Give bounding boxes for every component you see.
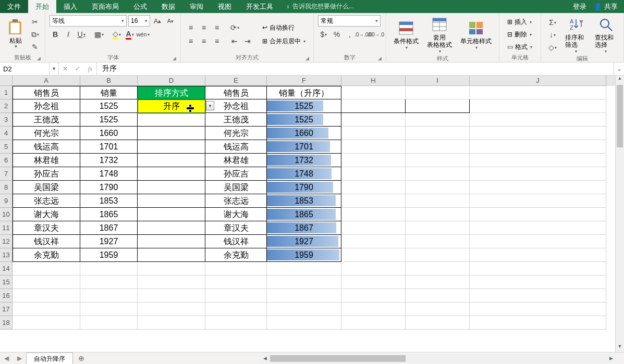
format-cells-button[interactable]: ▭格式▾ (504, 41, 536, 53)
tab-data[interactable]: 数据 (154, 0, 182, 13)
scroll-left-button[interactable]: ◀ (261, 356, 269, 361)
cell[interactable]: 1732 (80, 154, 138, 167)
scroll-up-button[interactable]: ▲ (616, 76, 624, 84)
column-header[interactable]: F (267, 76, 341, 86)
cell[interactable]: 余克勤 (13, 248, 80, 262)
cell[interactable] (341, 99, 406, 113)
scroll-down-button[interactable]: ▼ (616, 344, 624, 352)
increase-font-button[interactable]: A▴ (152, 15, 163, 27)
formula-input[interactable]: 升序 (97, 62, 614, 75)
cell[interactable] (138, 127, 205, 140)
row-header[interactable]: 8 (0, 181, 13, 194)
cell[interactable]: 1853 (267, 194, 341, 208)
phonetic-button[interactable]: wén▾ (137, 29, 149, 40)
cell[interactable]: 1525 (80, 99, 138, 113)
cell[interactable] (470, 86, 606, 99)
cell[interactable]: 1927 (267, 235, 341, 248)
cell[interactable] (267, 316, 341, 330)
cell[interactable] (341, 167, 406, 181)
cut-button[interactable]: ✂ (29, 16, 41, 28)
cell[interactable] (138, 113, 205, 127)
tell-me-search[interactable]: ♀ 告诉我您想要做什么... (280, 2, 359, 11)
row-header[interactable]: 10 (0, 208, 13, 221)
cell[interactable] (406, 208, 470, 221)
cell[interactable] (138, 154, 205, 167)
number-format-combo[interactable]: 常规▾ (318, 15, 381, 27)
accounting-button[interactable]: $▾ (318, 29, 329, 40)
column-header[interactable]: D (138, 76, 205, 86)
font-size-combo[interactable]: 16▾ (128, 15, 150, 27)
cell[interactable]: 1660 (80, 127, 138, 140)
cell[interactable]: 钱汉祥 (13, 235, 80, 248)
cell[interactable]: 排序方式 (138, 86, 205, 99)
row-header[interactable]: 13 (0, 248, 13, 262)
cell[interactable] (406, 248, 470, 262)
cell[interactable]: 销售员 (13, 86, 80, 99)
conditional-format-button[interactable]: 条件格式▾ (390, 19, 422, 51)
copy-button[interactable]: ⧉▾ (29, 29, 41, 40)
cell[interactable] (341, 303, 406, 316)
cell[interactable]: 1525 (80, 113, 138, 127)
row-header[interactable]: 12 (0, 235, 13, 248)
cell[interactable] (138, 140, 205, 154)
column-header[interactable]: I (406, 76, 470, 86)
cell[interactable] (13, 275, 80, 289)
cell[interactable] (138, 194, 205, 208)
decrease-decimal-button[interactable]: .00→.0 (370, 29, 382, 40)
login-button[interactable]: 登录 (573, 2, 586, 11)
font-color-button[interactable]: A▾ (124, 29, 136, 40)
expand-formula-bar-button[interactable]: ⌄ (614, 62, 624, 75)
wrap-text-button[interactable]: ↩自动换行 (259, 22, 309, 33)
border-button[interactable]: ▦▾ (93, 29, 105, 40)
share-button[interactable]: 👤 共享 (594, 2, 618, 11)
cell[interactable] (267, 289, 341, 303)
row-header[interactable]: 15 (0, 275, 13, 289)
cell[interactable] (341, 181, 406, 194)
cell[interactable] (341, 289, 406, 303)
cell[interactable]: 谢大海 (205, 208, 267, 221)
cell[interactable] (406, 221, 470, 235)
cancel-formula-button[interactable]: ✕ (59, 65, 71, 72)
cell[interactable]: 何光宗 (205, 127, 267, 140)
cell[interactable] (406, 316, 470, 330)
cell[interactable]: 何光宗 (13, 127, 80, 140)
cell[interactable] (138, 275, 205, 289)
cell[interactable]: 吴国梁 (205, 181, 267, 194)
row-header[interactable]: 16 (0, 289, 13, 303)
cell[interactable]: 1748 (267, 167, 341, 181)
cell[interactable] (205, 289, 267, 303)
cell[interactable]: 章汉夫 (205, 221, 267, 235)
cell[interactable] (406, 140, 470, 154)
cell[interactable]: 1732 (267, 154, 341, 167)
cell[interactable] (406, 289, 470, 303)
align-left-button[interactable]: ≡ (185, 35, 197, 47)
tab-page-layout[interactable]: 页面布局 (84, 0, 126, 13)
cell[interactable] (267, 303, 341, 316)
cell[interactable] (470, 316, 606, 330)
format-as-table-button[interactable]: 套用 表格格式▾ (424, 15, 455, 55)
cell[interactable] (80, 316, 138, 330)
cell[interactable]: 1525 (267, 99, 341, 113)
tab-home[interactable]: 开始 (28, 0, 56, 13)
cell[interactable]: 1867 (267, 221, 341, 235)
data-validation-dropdown[interactable]: ▼ (206, 101, 214, 110)
cell[interactable] (341, 154, 406, 167)
cell[interactable]: 1865 (80, 208, 138, 221)
cell[interactable] (470, 208, 606, 221)
row-header[interactable]: 9 (0, 194, 13, 208)
format-painter-button[interactable]: ✎ (29, 41, 41, 53)
cell[interactable] (80, 262, 138, 275)
cell[interactable] (470, 154, 606, 167)
font-name-combo[interactable]: 等线▾ (50, 15, 127, 27)
cell[interactable] (138, 235, 205, 248)
add-sheet-button[interactable]: ⊕ (73, 354, 90, 362)
cell[interactable] (470, 303, 606, 316)
cell[interactable]: 1790 (267, 181, 341, 194)
cell[interactable]: 1927 (80, 235, 138, 248)
cell[interactable] (138, 248, 205, 262)
align-right-button[interactable]: ≡ (211, 35, 223, 47)
orientation-button[interactable]: ⟳▾ (229, 22, 240, 33)
sort-filter-button[interactable]: AZ 排序和筛选▾ (562, 15, 590, 55)
cell[interactable]: 张志远 (205, 194, 267, 208)
row-header[interactable]: 4 (0, 127, 13, 140)
